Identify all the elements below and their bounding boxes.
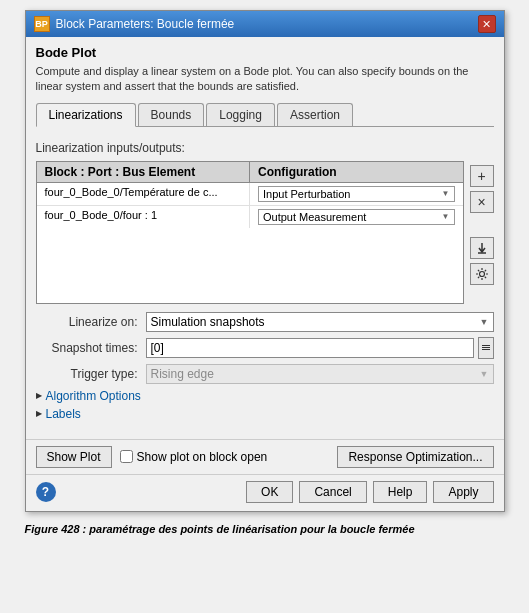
snapshot-times-control: [146, 337, 494, 359]
trigger-type-select[interactable]: Rising edge ▼: [146, 364, 494, 384]
labels-expander[interactable]: ▶ Labels: [36, 407, 494, 421]
show-plot-on-open-checkbox[interactable]: [120, 450, 133, 463]
linearize-on-value: Simulation snapshots: [151, 315, 265, 329]
trigger-type-row: Trigger type: Rising edge ▼: [36, 364, 494, 384]
table-row: four_0_Bode_0/four : 1 Output Measuremen…: [37, 206, 463, 228]
expander-arrow-icon: ▶: [36, 391, 42, 400]
dialog-body: Bode Plot Compute and display a linear s…: [26, 37, 504, 439]
linearization-table: Block : Port : Bus Element Configuration…: [36, 161, 464, 304]
col-block: Block : Port : Bus Element: [37, 162, 251, 182]
window-icon: BP: [34, 16, 50, 32]
remove-button[interactable]: ×: [470, 191, 494, 213]
title-bar-left: BP Block Parameters: Boucle fermée: [34, 16, 235, 32]
cancel-button[interactable]: Cancel: [299, 481, 366, 503]
table-header: Block : Port : Bus Element Configuration: [37, 162, 463, 183]
linearize-on-select[interactable]: Simulation snapshots ▼: [146, 312, 494, 332]
row1-config-dropdown[interactable]: Input Perturbation ▼: [258, 186, 455, 202]
tab-assertion[interactable]: Assertion: [277, 103, 353, 126]
table-row: four_0_Bode_0/Température de c... Input …: [37, 183, 463, 206]
dropdown-arrow-icon: ▼: [480, 369, 489, 379]
help-button[interactable]: Help: [373, 481, 428, 503]
row2-config-dropdown[interactable]: Output Measurement ▼: [258, 209, 455, 225]
labels-label: Labels: [46, 407, 81, 421]
help-icon-button[interactable]: ?: [36, 482, 56, 502]
row1-config[interactable]: Input Perturbation ▼: [250, 183, 463, 205]
expander-arrow-icon: ▶: [36, 409, 42, 418]
snapshot-times-row: Snapshot times:: [36, 337, 494, 359]
figure-caption: Figure 428 : paramétrage des points de l…: [25, 522, 505, 537]
algorithm-options-label: Algorithm Options: [46, 389, 141, 403]
linearize-on-control: Simulation snapshots ▼: [146, 312, 494, 332]
dialog-footer: Show Plot Show plot on block open Respon…: [26, 439, 504, 474]
row2-config[interactable]: Output Measurement ▼: [250, 206, 463, 228]
action-buttons: OK Cancel Help Apply: [246, 481, 493, 503]
apply-button[interactable]: Apply: [433, 481, 493, 503]
tab-bounds[interactable]: Bounds: [138, 103, 205, 126]
show-plot-on-open-label: Show plot on block open: [120, 450, 268, 464]
tab-content-linearizations: Linearization inputs/outputs: Block : Po…: [36, 135, 494, 431]
settings-button[interactable]: [470, 263, 494, 285]
gear-icon: [475, 267, 489, 281]
trigger-type-label: Trigger type:: [36, 367, 146, 381]
snapshot-times-menu-button[interactable]: [478, 337, 494, 359]
dropdown-arrow-icon: ▼: [442, 189, 450, 198]
snapshot-times-input[interactable]: [146, 338, 474, 358]
trigger-type-control: Rising edge ▼: [146, 364, 494, 384]
table-group-label: Linearization inputs/outputs:: [36, 141, 494, 155]
title-bar: BP Block Parameters: Boucle fermée ✕: [26, 11, 504, 37]
section-description: Compute and display a linear system on a…: [36, 64, 494, 95]
section-title: Bode Plot: [36, 45, 494, 60]
download-icon: [475, 241, 489, 255]
ok-button[interactable]: OK: [246, 481, 293, 503]
table-body: four_0_Bode_0/Température de c... Input …: [37, 183, 463, 303]
add-button[interactable]: +: [470, 165, 494, 187]
col-config: Configuration: [250, 162, 463, 182]
tab-linearizations[interactable]: Linearizations: [36, 103, 136, 127]
footer-left: Show Plot Show plot on block open: [36, 446, 332, 468]
linearize-on-row: Linearize on: Simulation snapshots ▼: [36, 312, 494, 332]
show-plot-button[interactable]: Show Plot: [36, 446, 112, 468]
svg-point-1: [479, 271, 484, 276]
close-button[interactable]: ✕: [478, 15, 496, 33]
tab-bar: Linearizations Bounds Logging Assertion: [36, 103, 494, 127]
snapshot-times-label: Snapshot times:: [36, 341, 146, 355]
bottom-bar: ? OK Cancel Help Apply: [26, 474, 504, 511]
dialog-window: BP Block Parameters: Boucle fermée ✕ Bod…: [25, 10, 505, 512]
window-title: Block Parameters: Boucle fermée: [56, 17, 235, 31]
row2-block: four_0_Bode_0/four : 1: [37, 206, 251, 228]
algorithm-options-expander[interactable]: ▶ Algorithm Options: [36, 389, 494, 403]
linearize-on-label: Linearize on:: [36, 315, 146, 329]
tab-logging[interactable]: Logging: [206, 103, 275, 126]
table-area: Block : Port : Bus Element Configuration…: [36, 161, 494, 312]
dropdown-arrow-icon: ▼: [442, 212, 450, 221]
side-buttons: + ×: [470, 161, 494, 285]
table-wrap: Block : Port : Bus Element Configuration…: [36, 161, 464, 312]
trigger-type-value: Rising edge: [151, 367, 214, 381]
row1-block: four_0_Bode_0/Température de c...: [37, 183, 251, 205]
move-down-button[interactable]: [470, 237, 494, 259]
response-optimization-button[interactable]: Response Optimization...: [337, 446, 493, 468]
dropdown-arrow-icon: ▼: [480, 317, 489, 327]
footer-right: Response Optimization...: [337, 446, 493, 468]
